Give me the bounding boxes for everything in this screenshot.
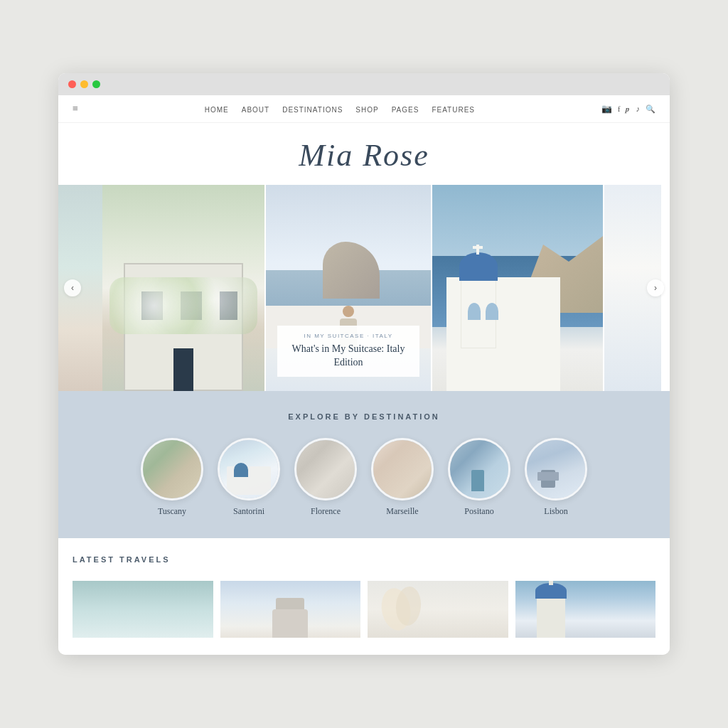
nav-destinations[interactable]: DESTINATIONS xyxy=(282,106,343,114)
positano-label: Positano xyxy=(464,506,493,517)
destination-tuscany[interactable]: Tuscany xyxy=(141,438,203,517)
latest-travels-title: LATEST TRAVELS xyxy=(73,555,655,564)
lisbon-circle xyxy=(525,438,587,500)
social-icons: 📷 f 𝒑 ♪ 🔍 xyxy=(601,104,655,114)
nav-about[interactable]: ABOUT xyxy=(242,106,269,114)
santorini-label: Santorini xyxy=(233,506,264,517)
slide-2-caption: IN MY SUITCASE · ITALY What's in My Suit… xyxy=(277,326,419,377)
carousel-track: IN MY SUITCASE · ITALY What's in My Suit… xyxy=(58,185,670,391)
destinations-section: EXPLORE BY DESTINATION Tuscany Santorini xyxy=(58,391,670,538)
latest-card-3[interactable] xyxy=(515,581,656,638)
carousel-slide-1 xyxy=(102,185,264,391)
maximize-dot[interactable] xyxy=(92,80,100,88)
destination-positano[interactable]: Positano xyxy=(448,438,510,517)
tuscany-circle xyxy=(141,438,203,500)
carousel-slide-2: IN MY SUITCASE · ITALY What's in My Suit… xyxy=(266,185,431,391)
carousel: ‹ xyxy=(58,185,670,391)
destinations-section-title: EXPLORE BY DESTINATION xyxy=(73,412,655,421)
latest-card-1[interactable] xyxy=(220,581,361,638)
latest-card-0[interactable] xyxy=(73,581,213,638)
latest-grid xyxy=(73,581,655,638)
nav-pages[interactable]: PAGES xyxy=(392,106,419,114)
destinations-grid: Tuscany Santorini Florence xyxy=(73,438,655,517)
browser-window: ≡ HOME ABOUT DESTINATIONS SHOP PAGES FEA… xyxy=(58,73,670,655)
nav-shop[interactable]: SHOP xyxy=(355,106,378,114)
browser-chrome xyxy=(58,73,670,95)
facebook-icon[interactable]: f xyxy=(618,105,621,113)
hero-section: Mia Rose ‹ xyxy=(58,123,670,391)
nav-links: HOME ABOUT DESTINATIONS SHOP PAGES FEATU… xyxy=(205,102,475,115)
santorini-circle xyxy=(218,438,280,500)
latest-travels-section: LATEST TRAVELS xyxy=(58,538,670,655)
blog-title: Mia Rose xyxy=(58,137,670,173)
destination-marseille[interactable]: Marseille xyxy=(371,438,434,517)
nav-features[interactable]: FEATURES xyxy=(432,106,475,114)
florence-label: Florence xyxy=(311,506,341,517)
navigation: ≡ HOME ABOUT DESTINATIONS SHOP PAGES FEA… xyxy=(58,95,670,123)
pinterest-icon[interactable]: 𝒑 xyxy=(626,105,630,114)
destination-lisbon[interactable]: Lisbon xyxy=(525,438,587,517)
lisbon-label: Lisbon xyxy=(544,506,567,517)
carousel-next-button[interactable]: › xyxy=(647,279,664,296)
marseille-label: Marseille xyxy=(386,506,418,517)
instagram-icon[interactable]: 📷 xyxy=(601,104,612,114)
florence-circle xyxy=(294,438,357,500)
destination-florence[interactable]: Florence xyxy=(294,438,357,517)
search-icon[interactable]: 🔍 xyxy=(646,105,655,114)
destination-santorini[interactable]: Santorini xyxy=(218,438,280,517)
marseille-circle xyxy=(371,438,434,500)
slide-caption-category: IN MY SUITCASE · ITALY xyxy=(289,333,408,339)
positano-circle xyxy=(448,438,510,500)
minimize-dot[interactable] xyxy=(80,80,88,88)
tiktok-icon[interactable]: ♪ xyxy=(636,105,640,113)
slide-caption-title: What's in My Suitcase: Italy Edition xyxy=(289,342,408,370)
hamburger-menu-icon[interactable]: ≡ xyxy=(73,103,78,114)
latest-card-2[interactable] xyxy=(368,581,508,638)
carousel-prev-button[interactable]: ‹ xyxy=(64,279,81,296)
carousel-slide-3 xyxy=(432,185,603,391)
nav-home[interactable]: HOME xyxy=(205,106,229,114)
tuscany-label: Tuscany xyxy=(158,506,186,517)
close-dot[interactable] xyxy=(68,80,76,88)
